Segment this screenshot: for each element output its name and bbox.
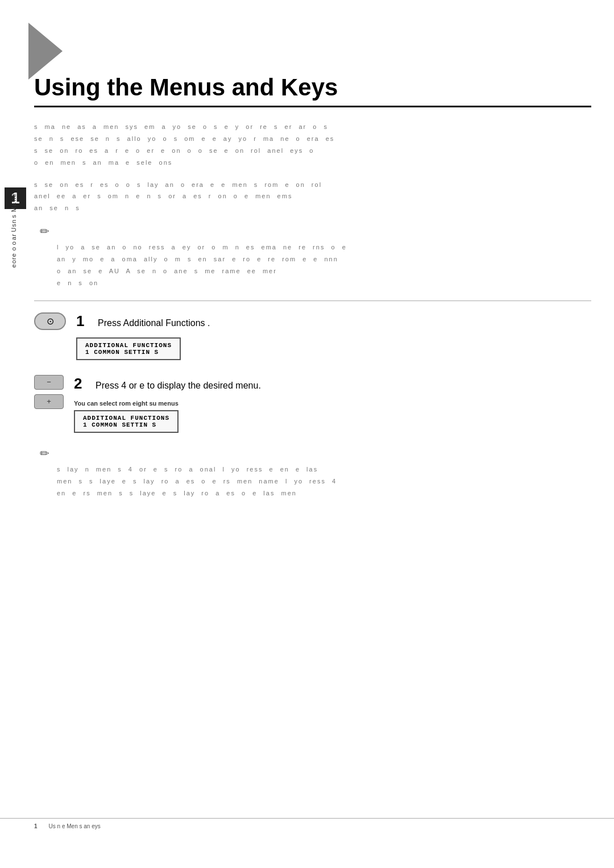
step-2-lcd-line1: ADDITIONAL FUNCTIONS <box>83 415 169 422</box>
step-2-lcd-line2: 1 COMMON SETTIN S <box>83 422 169 428</box>
note-block-2: s lay n men s 4 or e s ro a onal l yo re… <box>57 464 591 499</box>
step-1-label: Press Additional Functions . <box>98 318 210 328</box>
additional-functions-button[interactable]: ⊙ <box>34 312 66 330</box>
note-icon-2: ✏ <box>40 446 591 460</box>
minus-button[interactable]: − <box>34 375 64 390</box>
triangle-decoration <box>28 23 63 80</box>
step-1-area: ⊙ 1 Press Additional Functions . ADDITIO… <box>34 311 591 365</box>
note-icon-1: ✏ <box>40 224 591 238</box>
step-2-label: Press 4 or e to display the desired menu… <box>96 381 261 391</box>
step-2-sub-info: You can select rom eight su menus <box>74 400 591 407</box>
step-1-number: 1 <box>76 312 92 330</box>
intro-text: s ma ne as a men sys em a yo se o s e y … <box>34 121 591 169</box>
step-2-main: 2 Press 4 or e to display the desired me… <box>74 374 591 437</box>
step-2-number: 2 <box>74 375 90 393</box>
step-1-lcd-line1: ADDITIONAL FUNCTIONS <box>85 342 172 349</box>
footer-chapter-num: 1 <box>34 823 38 829</box>
note-section-1: ✏ l yo a se an o no ress a ey or o m n e… <box>40 224 591 289</box>
plus-button[interactable]: + <box>34 394 64 409</box>
page-title: Using the Menus and Keys <box>34 74 591 107</box>
sidebar-label-2: s Ma <box>10 202 17 218</box>
note-block-1: l yo a se an o no ress a ey or o m n es … <box>57 241 591 289</box>
step-1-lcd-line2: 1 COMMON SETTIN S <box>85 349 172 356</box>
step-2-button-col: − + <box>34 374 64 409</box>
step-1-button-col: ⊙ <box>34 311 66 330</box>
sidebar: 1 ne s Ma Usn ar o eore o <box>0 0 27 868</box>
section1-text: s se on es r es o o s lay an o era e e m… <box>34 179 591 215</box>
step-1-lcd: ADDITIONAL FUNCTIONS 1 COMMON SETTIN S <box>76 337 181 360</box>
sidebar-label-3: Usn <box>10 219 17 232</box>
sidebar-labels: ne s Ma Usn ar o eore o <box>0 193 27 268</box>
sidebar-label-6: eore o <box>10 247 17 268</box>
footer-chapter-text: Us n e Men s an eys <box>49 823 101 829</box>
step-2-area: − + 2 Press 4 or e to display the desire… <box>34 374 591 437</box>
sidebar-label-5: o <box>10 241 17 245</box>
step-1-main: 1 Press Additional Functions . ADDITIONA… <box>76 311 591 365</box>
sidebar-label-1: ne <box>10 193 17 201</box>
note-section-2: ✏ s lay n men s 4 or e s ro a onal l yo … <box>40 446 591 499</box>
sidebar-label-4: ar <box>10 233 17 240</box>
divider-1 <box>34 301 591 301</box>
page-footer: 1 Us n e Men s an eys <box>0 818 614 834</box>
main-content: Using the Menus and Keys s ma ne as a me… <box>34 0 591 499</box>
step-2-lcd: ADDITIONAL FUNCTIONS 1 COMMON SETTIN S <box>74 410 179 433</box>
